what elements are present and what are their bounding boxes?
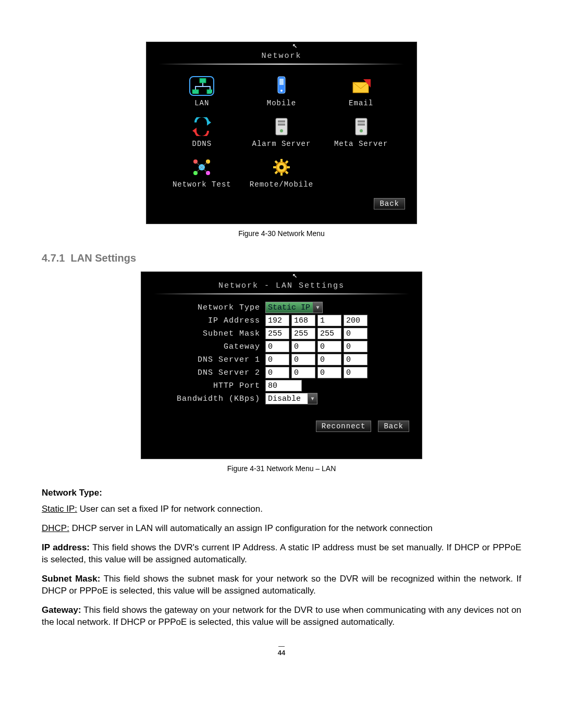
row-bandwidth: Bandwidth (KBps) Disable ▼: [156, 393, 407, 404]
svg-rect-2: [207, 90, 213, 94]
ip-octet-input[interactable]: 255: [291, 328, 315, 339]
ip-octet-input[interactable]: 0: [317, 354, 341, 365]
panel-title: Network - LAN Settings: [141, 272, 422, 293]
select-value: Disable: [268, 394, 301, 403]
menu-item-label: Email: [322, 99, 400, 107]
svg-line-34: [286, 161, 288, 163]
svg-line-33: [286, 171, 288, 174]
field-label: Bandwidth (KBps): [156, 394, 265, 403]
figure-caption: Figure 4-30 Network Menu: [42, 229, 521, 238]
ip-octet-input[interactable]: 0: [291, 341, 315, 352]
select-value: Static IP: [268, 303, 310, 312]
menu-item-email[interactable]: Email: [321, 72, 401, 113]
ip-octet-input[interactable]: 192: [265, 315, 289, 326]
svg-point-12: [280, 129, 283, 132]
row-network-type: Network Type Static IP ▼: [156, 302, 407, 313]
svg-marker-8: [192, 128, 197, 134]
ip-octet-input[interactable]: 0: [317, 341, 341, 352]
row-gateway: Gateway 0 0 0 0: [156, 341, 407, 352]
ip-octet-input[interactable]: 0: [317, 367, 341, 378]
reconnect-button[interactable]: Reconnect: [316, 421, 372, 432]
field-label: DNS Server 2: [156, 368, 265, 377]
para-ip-address: IP address: This field shows the DVR's c…: [42, 542, 521, 566]
field-label: Gateway: [156, 342, 265, 351]
field-label: IP Address: [156, 316, 265, 325]
menu-item-label: Remote/Mobile: [243, 180, 321, 189]
menu-item-lan[interactable]: LAN: [162, 72, 242, 113]
panel-title: Network: [146, 42, 417, 64]
menu-item-network-test[interactable]: Network Test: [162, 153, 242, 194]
page-footer: — 44: [42, 643, 521, 657]
svg-rect-15: [358, 124, 365, 126]
menu-item-label: Mobile: [243, 99, 321, 107]
menu-item-label: DDNS: [163, 140, 241, 148]
ip-octet-input[interactable]: 0: [265, 341, 289, 352]
svg-line-35: [275, 171, 277, 174]
term-subnet-mask: Subnet Mask:: [42, 574, 100, 584]
svg-rect-14: [358, 120, 365, 122]
network-type-select[interactable]: Static IP ▼: [265, 302, 323, 313]
section-heading: 4.7.1 LAN Settings: [42, 252, 521, 264]
network-test-icon: [191, 157, 212, 177]
svg-rect-4: [279, 79, 284, 85]
svg-rect-10: [278, 120, 285, 122]
mobile-icon: [274, 76, 289, 96]
svg-point-27: [279, 165, 284, 169]
para-subnet-mask: Subnet Mask: This field shows the subnet…: [42, 573, 521, 597]
row-http-port: HTTP Port 80: [156, 380, 407, 391]
email-icon: [350, 77, 373, 95]
ddns-icon: [191, 117, 212, 136]
field-label: Network Type: [156, 303, 265, 312]
ip-octet-input[interactable]: 0: [344, 367, 368, 378]
figure-lan-settings: ↖ Network - LAN Settings Network Type St…: [141, 272, 422, 459]
ip-octet-input[interactable]: 0: [291, 367, 315, 378]
menu-item-remote-mobile[interactable]: Remote/Mobile: [242, 153, 322, 194]
figure-network-menu: ↖ Network LAN Mobile Email DDNS Alarm: [146, 42, 417, 224]
svg-marker-7: [207, 119, 211, 126]
para-static-ip: Static IP: User can set a fixed IP for n…: [42, 503, 521, 515]
menu-item-meta-server[interactable]: Meta Server: [321, 113, 401, 153]
ip-octet-input[interactable]: 255: [265, 328, 289, 339]
row-dns1: DNS Server 1 0 0 0 0: [156, 354, 407, 365]
field-label: DNS Server 1: [156, 355, 265, 364]
row-dns2: DNS Server 2 0 0 0 0: [156, 367, 407, 378]
field-label: Subnet Mask: [156, 329, 265, 338]
ip-octet-input[interactable]: 200: [344, 315, 368, 326]
ip-octet-input[interactable]: 1: [317, 315, 341, 326]
divider: [159, 64, 404, 65]
section-number: 4.7.1: [42, 252, 65, 264]
para-dhcp: DHCP: DHCP server in LAN will automatica…: [42, 523, 521, 535]
menu-item-alarm-server[interactable]: Alarm Server: [242, 113, 322, 153]
bandwidth-select[interactable]: Disable ▼: [265, 393, 317, 404]
lan-icon: [190, 77, 213, 95]
section-title: LAN Settings: [71, 252, 137, 264]
svg-rect-11: [278, 124, 285, 126]
ip-octet-input[interactable]: 0: [265, 367, 289, 378]
ip-octet-input[interactable]: 168: [291, 315, 315, 326]
menu-item-ddns[interactable]: DDNS: [162, 113, 242, 153]
ip-octet-input[interactable]: 0: [265, 354, 289, 365]
subheading-network-type: Network Type:: [42, 487, 521, 499]
ip-octet-input[interactable]: 0: [291, 354, 315, 365]
ip-octet-input[interactable]: 0: [344, 341, 368, 352]
term-ip-address: IP address:: [42, 542, 90, 552]
field-label: HTTP Port: [156, 381, 265, 390]
back-button[interactable]: Back: [378, 421, 409, 432]
ip-octet-input[interactable]: 0: [344, 354, 368, 365]
row-subnet-mask: Subnet Mask 255 255 255 0: [156, 328, 407, 339]
menu-item-mobile[interactable]: Mobile: [242, 72, 322, 113]
chevron-down-icon: ▼: [313, 302, 322, 313]
term-dhcp: DHCP:: [42, 523, 69, 533]
ip-octet-input[interactable]: 255: [317, 328, 341, 339]
body-text: Network Type: Static IP: User can set a …: [42, 487, 521, 628]
server-icon: [273, 116, 290, 137]
gear-icon: [271, 157, 292, 177]
http-port-input[interactable]: 80: [265, 380, 302, 391]
ip-octet-input[interactable]: 0: [344, 328, 368, 339]
back-button[interactable]: Back: [374, 198, 405, 209]
divider: [154, 293, 409, 294]
menu-item-label: LAN: [163, 99, 241, 107]
term-gateway: Gateway:: [42, 605, 81, 615]
para-gateway: Gateway: This field shows the gateway on…: [42, 604, 521, 628]
server-icon: [352, 116, 370, 137]
